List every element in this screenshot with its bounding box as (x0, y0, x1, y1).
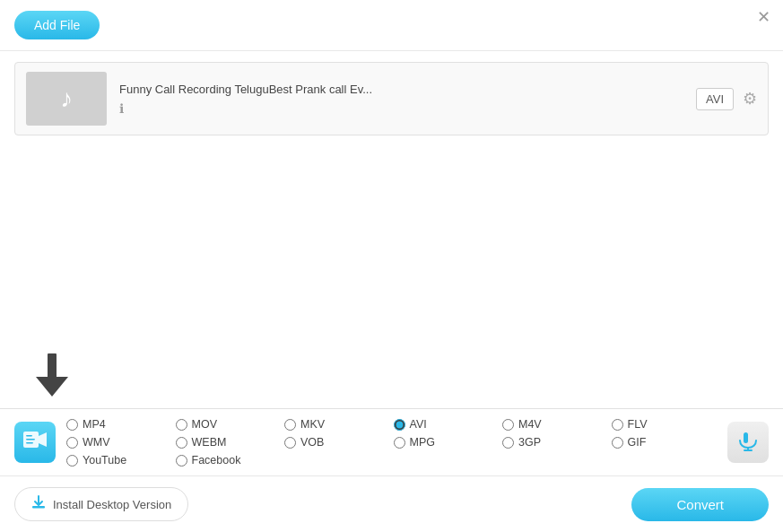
format-facebook[interactable]: Facebook (176, 454, 282, 467)
top-bar: Add File (0, 0, 783, 51)
file-thumbnail: ♪ (26, 72, 107, 126)
file-area: ♪ Funny Call Recording TeluguBest Prank … (0, 51, 783, 146)
add-file-button[interactable]: Add File (14, 11, 100, 39)
video-format-icon-box[interactable] (14, 422, 56, 463)
format-options: MP4 MOV MKV AVI M4V FLV (66, 418, 717, 467)
file-actions: AVI ⚙ (696, 88, 757, 110)
file-item: ♪ Funny Call Recording TeluguBest Prank … (14, 62, 769, 135)
action-bar: Install Desktop Version Convert (0, 476, 783, 532)
svg-rect-7 (744, 432, 748, 443)
format-avi[interactable]: AVI (394, 418, 500, 431)
format-mkv[interactable]: MKV (284, 418, 390, 431)
bottom-panel: MP4 MOV MKV AVI M4V FLV (0, 408, 783, 532)
download-icon (31, 495, 46, 513)
install-label: Install Desktop Version (53, 498, 171, 511)
format-mp4[interactable]: MP4 (66, 418, 172, 431)
audio-format-icon-box[interactable] (727, 422, 769, 463)
svg-marker-3 (39, 432, 47, 447)
info-icon[interactable]: ℹ (119, 101, 124, 116)
format-section: MP4 MOV MKV AVI M4V FLV (0, 409, 783, 476)
format-m4v[interactable]: M4V (502, 418, 608, 431)
format-badge: AVI (696, 88, 734, 110)
music-icon: ♪ (60, 84, 73, 113)
down-arrow-icon (36, 353, 68, 397)
svg-rect-10 (32, 506, 45, 509)
format-webm[interactable]: WEBM (176, 436, 282, 449)
file-name: Funny Call Recording TeluguBest Prank ca… (119, 83, 683, 96)
format-3gp[interactable]: 3GP (502, 436, 608, 449)
file-info: Funny Call Recording TeluguBest Prank ca… (107, 83, 696, 116)
svg-rect-6 (26, 442, 33, 444)
format-wmv[interactable]: WMV (66, 436, 172, 449)
install-desktop-button[interactable]: Install Desktop Version (14, 487, 188, 521)
format-vob[interactable]: VOB (284, 436, 390, 449)
svg-marker-1 (36, 377, 68, 397)
close-button[interactable]: ✕ (757, 9, 770, 25)
format-flv[interactable]: FLV (612, 418, 718, 431)
format-mpg[interactable]: MPG (394, 436, 500, 449)
format-youtube[interactable]: YouTube (66, 454, 172, 467)
settings-icon[interactable]: ⚙ (743, 89, 757, 109)
svg-rect-0 (48, 353, 57, 379)
audio-icon (736, 429, 760, 457)
format-mov[interactable]: MOV (176, 418, 282, 431)
arrow-area (36, 353, 68, 399)
video-icon (23, 430, 47, 455)
format-gif[interactable]: GIF (612, 436, 718, 449)
svg-rect-4 (26, 435, 32, 437)
convert-button[interactable]: Convert (631, 488, 769, 521)
svg-rect-5 (26, 439, 35, 440)
